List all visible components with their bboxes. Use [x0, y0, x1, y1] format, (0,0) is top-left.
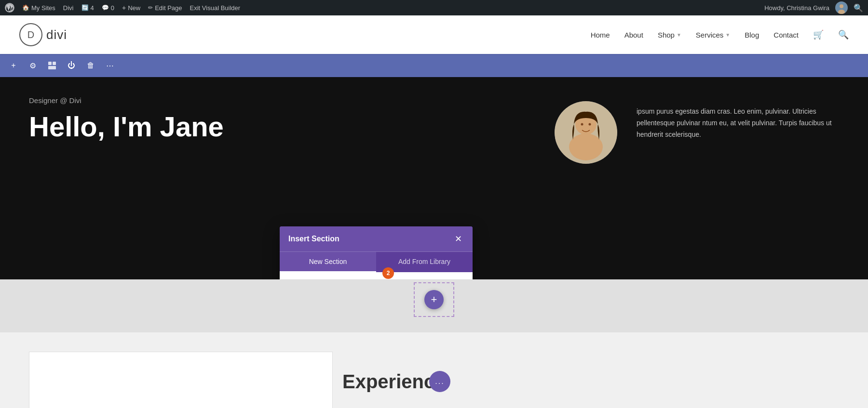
modal-close-button[interactable]: ✕ [452, 233, 464, 245]
hero-avatar [555, 101, 617, 164]
floating-dots-button[interactable]: ... [429, 371, 450, 392]
svg-rect-4 [48, 62, 52, 65]
admin-avatar [835, 1, 848, 14]
tab-new-section[interactable]: New Section [280, 252, 376, 272]
nav-shop[interactable]: Shop ▼ [658, 31, 681, 39]
insert-section-modal: Insert Section ✕ New Section Add From Li… [280, 226, 473, 279]
admin-new[interactable]: + New [122, 4, 140, 12]
nav-search-icon[interactable]: 🔍 [838, 29, 849, 40]
logo-circle: D [19, 23, 42, 46]
site-logo[interactable]: D divi [19, 23, 67, 46]
services-chevron-icon: ▼ [725, 32, 730, 38]
admin-edit-page[interactable]: ✏ Edit Page [148, 4, 182, 12]
hero-avatar-image [555, 101, 617, 164]
admin-comments[interactable]: 💬 0 [102, 4, 114, 12]
svg-point-2 [840, 4, 843, 8]
nav-contact[interactable]: Contact [773, 31, 799, 39]
nav-services[interactable]: Services ▼ [696, 31, 730, 39]
dashed-section-border: + [414, 282, 454, 317]
avatar-image [835, 1, 848, 14]
toolbar-trash-button[interactable]: 🗑 [83, 58, 98, 73]
svg-point-9 [569, 133, 603, 160]
admin-bar: 🏠 My Sites Divi 🔄 4 💬 0 + New ✏ Edit Pag… [0, 0, 868, 15]
layout-icon [48, 61, 56, 70]
hero-body-text: ipsum purus egestas diam cras. Leo enim,… [637, 106, 839, 140]
admin-wp-icon[interactable] [5, 3, 14, 13]
admin-exit-builder[interactable]: Exit Visual Builder [190, 4, 241, 12]
admin-search-icon[interactable]: 🔍 [854, 3, 863, 13]
svg-rect-6 [48, 66, 56, 69]
add-section-button[interactable]: + [424, 290, 444, 309]
toolbar-more-button[interactable]: ⋯ [102, 58, 118, 73]
add-section-container: + 1 [414, 282, 454, 330]
modal-tabs: New Section Add From Library [280, 252, 473, 272]
badge-2: 2 [382, 267, 394, 279]
add-section-area: + 1 [0, 279, 868, 332]
nav-cart-icon[interactable]: 🛒 [813, 29, 824, 40]
svg-point-10 [581, 123, 583, 126]
toolbar-add-button[interactable]: + [6, 58, 21, 73]
modal-title: Insert Section [288, 235, 339, 243]
experience-area: Experience ... [342, 352, 445, 393]
toolbar-settings-button[interactable]: ⚙ [25, 58, 41, 73]
modal-body: 2 Regular Specialty Fullwidth [280, 272, 473, 279]
modal-header: Insert Section ✕ [280, 226, 473, 252]
nav-about[interactable]: About [624, 31, 643, 39]
hero-subtitle: Designer @ Divi [29, 96, 224, 105]
site-nav: Home About Shop ▼ Services ▼ Blog Contac… [591, 29, 849, 40]
toolbar-layout-button[interactable] [44, 58, 60, 73]
wordpress-icon [5, 3, 14, 13]
svg-point-11 [589, 123, 591, 126]
builder-toolbar: + ⚙ ⏻ 🗑 ⋯ [0, 54, 868, 77]
nav-blog[interactable]: Blog [745, 31, 759, 39]
shop-chevron-icon: ▼ [677, 32, 681, 38]
hero-section: Designer @ Divi Hello, I'm Jane ipsum pu… [0, 77, 868, 279]
admin-bar-right: Howdy, Christina Gwira 🔍 [764, 1, 863, 14]
bottom-section: Experience ... [0, 332, 868, 408]
bottom-left-box [29, 352, 333, 408]
admin-updates[interactable]: 🔄 4 [81, 4, 94, 12]
hero-title: Hello, I'm Jane [29, 110, 224, 143]
site-header: D divi Home About Shop ▼ Services ▼ Blog… [0, 15, 868, 54]
nav-home[interactable]: Home [591, 31, 610, 39]
svg-rect-5 [53, 62, 56, 65]
hero-content: Designer @ Divi Hello, I'm Jane [29, 96, 224, 152]
admin-divi[interactable]: Divi [63, 4, 74, 12]
admin-my-sites[interactable]: 🏠 My Sites [22, 4, 55, 12]
toolbar-power-button[interactable]: ⏻ [64, 58, 79, 73]
